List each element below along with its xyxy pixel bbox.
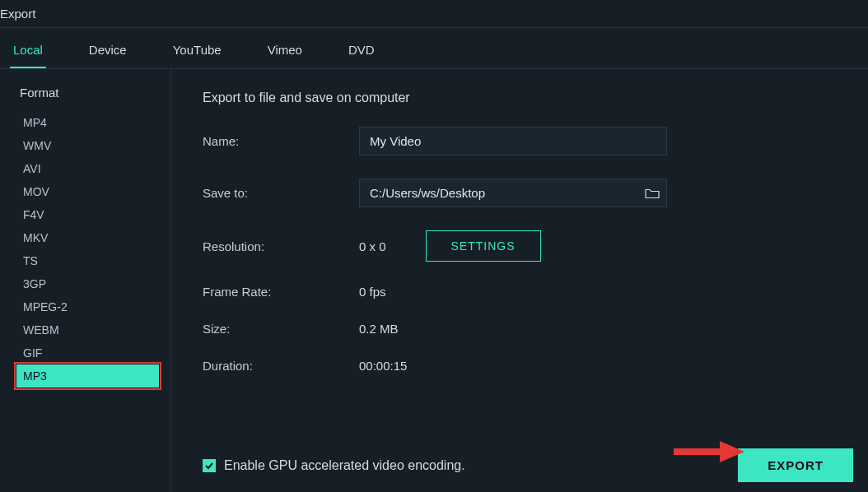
settings-button[interactable]: SETTINGS (426, 230, 541, 262)
format-item-mov[interactable]: MOV (16, 180, 162, 203)
format-item-mp3[interactable]: MP3 (16, 364, 159, 388)
folder-icon[interactable] (645, 188, 660, 199)
tab-device[interactable]: Device (86, 38, 130, 68)
format-item-webm[interactable]: WEBM (16, 318, 162, 341)
format-item-avi[interactable]: AVI (16, 157, 162, 180)
save-to-input[interactable] (360, 179, 645, 207)
format-item-f4v[interactable]: F4V (16, 203, 162, 226)
sidebar: Format MP4 WMV AVI MOV F4V MKV TS 3GP MP… (0, 69, 171, 492)
tab-local[interactable]: Local (10, 38, 46, 68)
name-input[interactable] (359, 127, 667, 155)
name-label: Name: (203, 134, 359, 148)
gpu-checkbox[interactable] (203, 459, 216, 472)
content: Export to file and save on computer Name… (171, 69, 868, 492)
sidebar-title: Format (20, 86, 162, 100)
export-button[interactable]: EXPORT (738, 448, 853, 482)
resolution-value: 0 x 0 (359, 239, 386, 253)
size-value: 0.2 MB (359, 322, 399, 336)
format-item-3gp[interactable]: 3GP (16, 272, 162, 295)
format-item-mp4[interactable]: MP4 (16, 111, 162, 134)
tab-youtube[interactable]: YouTube (170, 38, 225, 68)
duration-label: Duration: (203, 359, 359, 373)
format-list: MP4 WMV AVI MOV F4V MKV TS 3GP MPEG-2 WE… (20, 111, 162, 388)
save-to-wrap (359, 179, 667, 207)
framerate-label: Frame Rate: (203, 285, 359, 299)
tabs: Local Device YouTube Vimeo DVD (0, 28, 868, 69)
save-to-label: Save to: (203, 186, 359, 200)
resolution-label: Resolution: (203, 239, 359, 253)
format-item-gif[interactable]: GIF (16, 341, 162, 364)
check-icon (204, 461, 214, 471)
framerate-value: 0 fps (359, 285, 386, 299)
format-item-mpeg2[interactable]: MPEG-2 (16, 295, 162, 318)
duration-value: 00:00:15 (359, 359, 407, 373)
format-item-mkv[interactable]: MKV (16, 226, 162, 249)
arrow-annotation-icon (670, 439, 744, 467)
content-title: Export to file and save on computer (203, 91, 837, 105)
size-label: Size: (203, 322, 359, 336)
tab-dvd[interactable]: DVD (345, 38, 378, 68)
svg-marker-1 (720, 441, 744, 462)
tab-vimeo[interactable]: Vimeo (264, 38, 306, 68)
window-title: Export (0, 0, 868, 28)
gpu-checkbox-label: Enable GPU accelerated video encoding. (224, 458, 465, 473)
format-item-ts[interactable]: TS (16, 249, 162, 272)
format-item-wmv[interactable]: WMV (16, 134, 162, 157)
